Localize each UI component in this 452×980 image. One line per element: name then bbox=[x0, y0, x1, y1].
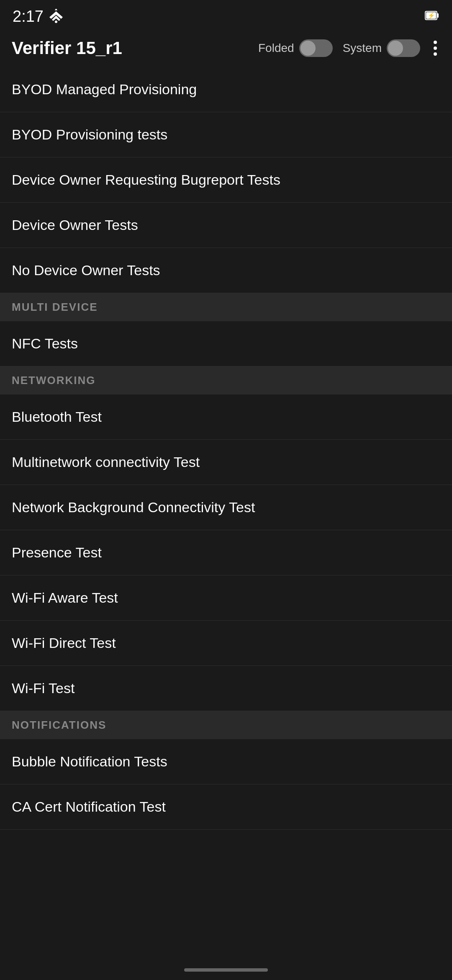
more-dot-3 bbox=[434, 52, 437, 56]
section-header-multi-device: MULTI DEVICE bbox=[0, 293, 452, 321]
home-indicator bbox=[184, 968, 268, 972]
list-item-label: Bluetooth Test bbox=[12, 409, 102, 425]
list-item[interactable]: No Device Owner Tests bbox=[0, 248, 452, 293]
list-item-presence-test[interactable]: Presence Test bbox=[0, 530, 452, 575]
list-item-label: Network Background Connectivity Test bbox=[12, 499, 255, 515]
list-item[interactable]: Wi-Fi Aware Test bbox=[0, 575, 452, 621]
section-header-networking: NETWORKING bbox=[0, 366, 452, 395]
list-item[interactable]: CA Cert Notification Test bbox=[0, 784, 452, 830]
svg-text:⚡: ⚡ bbox=[428, 12, 435, 19]
svg-marker-3 bbox=[55, 9, 57, 10]
folded-toggle-group: Folded bbox=[258, 39, 333, 57]
list-item-bluetooth-test[interactable]: Bluetooth Test bbox=[0, 395, 452, 440]
list-item[interactable]: NFC Tests bbox=[0, 321, 452, 366]
section-header-label: NOTIFICATIONS bbox=[12, 719, 106, 731]
clock: 2:17 bbox=[13, 8, 44, 26]
more-options-button[interactable] bbox=[430, 37, 440, 59]
list-item[interactable]: Wi-Fi Test bbox=[0, 666, 452, 711]
list-item-label: NFC Tests bbox=[12, 335, 78, 351]
svg-point-2 bbox=[55, 21, 57, 23]
list-item-label: Device Owner Tests bbox=[12, 217, 138, 233]
status-right: ⚡ bbox=[424, 8, 439, 25]
list-item-label: CA Cert Notification Test bbox=[12, 799, 166, 815]
status-time-group: 2:17 bbox=[13, 8, 64, 26]
list-item-label: Bubble Notification Tests bbox=[12, 753, 167, 769]
app-header: Verifier 15_r1 Folded System bbox=[0, 29, 452, 67]
list-item-label: Device Owner Requesting Bugreport Tests bbox=[12, 172, 280, 188]
list-item[interactable]: Bubble Notification Tests bbox=[0, 739, 452, 784]
system-toggle[interactable] bbox=[387, 39, 420, 57]
list-item-label: BYOD Provisioning tests bbox=[12, 126, 167, 142]
folded-toggle[interactable] bbox=[299, 39, 333, 57]
list-item[interactable]: Device Owner Requesting Bugreport Tests bbox=[0, 157, 452, 203]
system-label: System bbox=[343, 41, 382, 55]
list-item[interactable]: Device Owner Tests bbox=[0, 203, 452, 248]
list-item-label: BYOD Managed Provisioning bbox=[12, 81, 197, 97]
list-item-label: No Device Owner Tests bbox=[12, 262, 160, 278]
list-item-label: Wi-Fi Test bbox=[12, 680, 74, 696]
list-item-label: Multinetwork connectivity Test bbox=[12, 454, 200, 470]
more-dot-1 bbox=[434, 41, 437, 44]
list-item-label: Wi-Fi Direct Test bbox=[12, 635, 116, 651]
header-controls: Folded System bbox=[258, 37, 440, 59]
list-item-label: Wi-Fi Aware Test bbox=[12, 590, 118, 606]
svg-rect-5 bbox=[437, 13, 439, 18]
wifi-icon bbox=[49, 9, 64, 24]
list-item[interactable]: BYOD Managed Provisioning bbox=[0, 67, 452, 112]
list-item[interactable]: BYOD Provisioning tests bbox=[0, 112, 452, 157]
section-header-label: NETWORKING bbox=[12, 374, 96, 387]
app-title: Verifier 15_r1 bbox=[12, 38, 122, 58]
list-item[interactable]: Wi-Fi Direct Test bbox=[0, 621, 452, 666]
folded-label: Folded bbox=[258, 41, 294, 55]
list-item[interactable]: Multinetwork connectivity Test bbox=[0, 440, 452, 485]
system-toggle-group: System bbox=[343, 39, 420, 57]
status-bar: 2:17 ⚡ bbox=[0, 0, 452, 29]
more-dot-2 bbox=[434, 46, 437, 50]
battery-icon: ⚡ bbox=[424, 8, 439, 23]
section-header-label: MULTI DEVICE bbox=[12, 301, 98, 313]
list-item-label: Presence Test bbox=[12, 544, 102, 560]
section-header-notifications: NOTIFICATIONS bbox=[0, 711, 452, 739]
list-item[interactable]: Network Background Connectivity Test bbox=[0, 485, 452, 530]
